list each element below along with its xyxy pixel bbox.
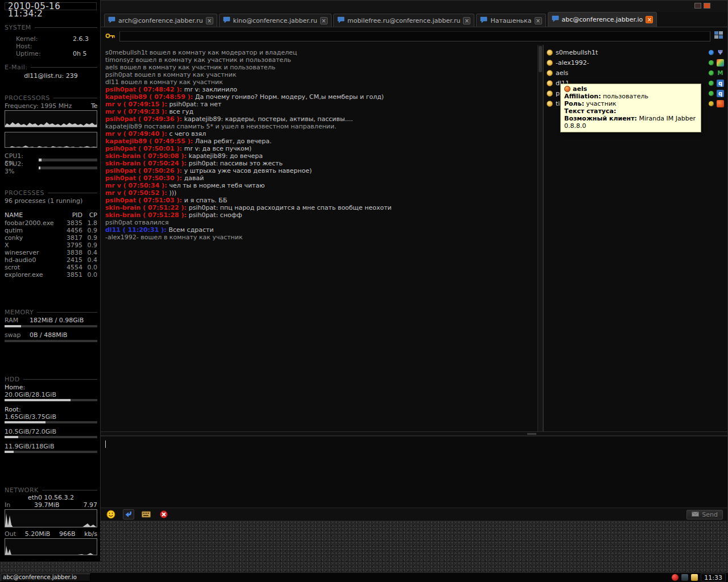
swap-label: swap: [5, 331, 24, 339]
cpu2-graph: [5, 132, 97, 148]
conky-section-processes: PROCESSES: [5, 189, 97, 197]
process-row: qutim44560.9: [5, 227, 97, 234]
process-row: scrot45540.0: [5, 264, 97, 271]
chat-message: mr v ( 07:49:23 ): все гуд: [105, 108, 533, 115]
process-row: explorer.exe38510.0: [5, 271, 97, 278]
message-sender: psih0pat ( 07:50:30 ):: [105, 174, 184, 182]
tab-close-icon[interactable]: ×: [206, 17, 213, 24]
hdd-disk4-bar: [5, 451, 97, 453]
tray-device-icon[interactable]: [681, 574, 688, 581]
chat-tab[interactable]: mobilefree.ru@conference.jabber.ru ×: [333, 14, 475, 27]
roster-toggle-icon[interactable]: [714, 31, 723, 41]
message-text: psih0pat вошел в комнату как участник: [105, 71, 237, 78]
tab-close-icon[interactable]: ×: [463, 17, 470, 24]
process-name: explorer.exe: [5, 271, 60, 278]
client-icon: [717, 100, 724, 107]
status-icon: [709, 50, 714, 55]
hdd-root-value: 1.65GiB/3.75GiB: [5, 413, 97, 421]
window-titlebar[interactable]: [101, 1, 727, 12]
topic-input[interactable]: [119, 31, 710, 41]
user-name: -alex1992-: [556, 59, 589, 66]
splitter-handle[interactable]: [527, 433, 536, 435]
clear-log-button[interactable]: [158, 509, 169, 519]
roster-item[interactable]: -alex1992-: [544, 57, 727, 68]
message-text: kapatejib89: кардеры, постеры, активы, п…: [184, 115, 353, 123]
message-text: Лана ребят, до вечера.: [195, 138, 272, 145]
kernel-value: 2.6.3: [73, 35, 89, 43]
process-cpu: 0.4: [82, 256, 97, 264]
chat-message: skin-brain ( 07:51:22 ): psih0pat: ппц н…: [105, 204, 533, 211]
kernel-label: Kernel:: [16, 35, 38, 43]
chat-message: skin-brain ( 07:51:28 ): psih0pat: снофф: [105, 211, 533, 219]
system-tray: 11:33: [672, 573, 728, 581]
message-text: с чего взял: [169, 130, 206, 138]
message-sender: mr v ( 07:50:52 ):: [105, 189, 169, 197]
process-row: foobar2000.exe38351.8: [5, 219, 97, 227]
chat-tab[interactable]: Наташенька ×: [476, 14, 545, 27]
message-sender: kapatejib89 ( 07:49:55 ):: [105, 138, 195, 145]
user-avatar-icon: [547, 70, 553, 76]
chat-message: psih0pat отвалился: [105, 219, 533, 226]
send-envelope-icon: [692, 511, 699, 518]
chat-message: mr v ( 07:50:52 ): ))): [105, 189, 533, 197]
chat-tab[interactable]: arch@conference.jabber.ru ×: [104, 14, 217, 27]
tray-mail-icon[interactable]: [691, 574, 698, 581]
roster-item[interactable]: aels M: [544, 68, 727, 78]
message-input[interactable]: [101, 436, 727, 508]
chat-log[interactable]: s0mebullsh1t вошел в комнату как модерат…: [101, 45, 537, 431]
message-text: psih0pat отвалился: [105, 219, 169, 226]
process-pid: 4554: [60, 264, 82, 271]
uptime-value: 0h 5: [73, 50, 86, 57]
email-value: dl11@list.ru: 239: [5, 72, 97, 80]
message-sender: mr v ( 07:50:34 ):: [105, 182, 169, 189]
message-sender: skin-brain ( 07:50:24 ):: [105, 160, 189, 167]
conky-section-email: E-Mail:: [5, 64, 97, 71]
scrollbar-thumb[interactable]: [539, 46, 542, 72]
process-name: wineserver: [5, 249, 60, 256]
chat-window: arch@conference.jabber.ru × kino@confere…: [100, 0, 728, 521]
window-close-button[interactable]: [704, 3, 710, 9]
input-splitter[interactable]: [101, 431, 727, 436]
hdd-home-label: Home:: [5, 384, 97, 391]
conky-section-memory: MEMORY: [5, 309, 97, 316]
process-pid: 3795: [60, 242, 82, 249]
process-pid: 3838: [60, 249, 82, 256]
message-sender: psih0pat ( 07:50:26 ):: [105, 167, 184, 174]
tab-close-icon[interactable]: ×: [320, 17, 328, 24]
hdd-disk4-value: 11.9GiB/118GiB: [5, 443, 97, 450]
quote-arrow-button[interactable]: [123, 509, 134, 519]
roster-item[interactable]: s0mebullsh1t Ψ: [544, 47, 727, 57]
message-text: mr v: заклинило: [184, 86, 237, 93]
taskbar-window-button[interactable]: abc@conference.jabber.io: [1, 573, 90, 581]
window-minimize-button[interactable]: [694, 3, 701, 9]
net-out-label: Out: [5, 530, 16, 538]
chat-tab[interactable]: abc@conference.jabber.io ×: [548, 12, 657, 27]
message-text: все гуд: [169, 108, 193, 115]
message-text: Да почему гониво? Норм. модеру, СМ,ы мем…: [195, 93, 384, 101]
uptime-label: Uptime:: [16, 50, 41, 57]
tab-close-icon[interactable]: ×: [646, 16, 653, 23]
process-name: foobar2000.exe: [5, 219, 60, 227]
send-button[interactable]: Send: [686, 510, 723, 519]
message-text: Всем сдрасти: [168, 226, 213, 234]
tooltip-role-label: Роль:: [564, 100, 584, 107]
emoticon-button[interactable]: [105, 509, 117, 519]
process-cpu: 0.0: [82, 271, 97, 278]
tray-ladybug-icon[interactable]: [672, 574, 679, 581]
status-icon: [709, 70, 714, 76]
hdd-disk3-bar: [5, 436, 97, 438]
chat-message: -alex1992- вошел в комнату как участник: [105, 234, 533, 241]
temp-label: Te: [91, 102, 98, 110]
process-table-body: foobar2000.exe38351.8qutim44560.9conky38…: [5, 219, 97, 278]
chat-message: dl11 вошел в комнату как участник: [105, 78, 533, 86]
chat-message: psih0pat ( 07:51:03 ): и я спать. ББ: [105, 197, 533, 204]
net-out-graph: [5, 538, 97, 555]
message-text: mr v: да все пучком): [184, 145, 252, 152]
chat-tab[interactable]: kino@conference.jabber.ru ×: [219, 14, 332, 27]
chat-message: s0mebullsh1t вошел в комнату как модерат…: [105, 49, 533, 56]
hdd-root-bar: [5, 421, 97, 423]
chat-scrollbar[interactable]: [537, 45, 543, 431]
keyboard-layout-button[interactable]: [140, 509, 152, 519]
tooltip-role-value: участник: [584, 100, 617, 107]
tab-close-icon[interactable]: ×: [535, 17, 542, 24]
